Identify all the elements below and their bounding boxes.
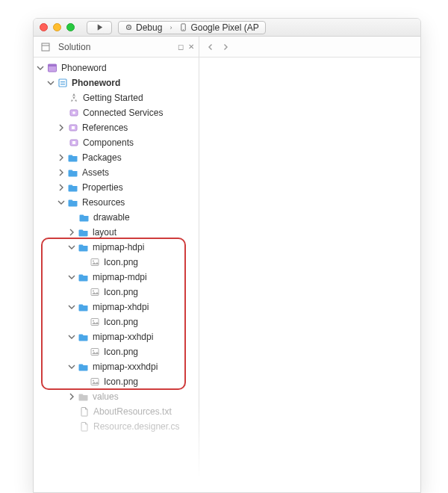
tree-item-icon-png[interactable]: Icon.png <box>34 344 199 359</box>
tree-item-label: Icon.png <box>104 287 138 297</box>
tree-item-properties[interactable]: Properties <box>34 180 199 195</box>
tree-item-label: mipmap-xxxhdpi <box>93 362 158 372</box>
text-file-icon <box>78 406 90 418</box>
build-config-segment[interactable]: Debug <box>119 22 168 34</box>
tree-item-icon-png[interactable]: Icon.png <box>34 374 199 389</box>
disclosure-triangle-icon[interactable] <box>57 184 65 191</box>
solution-label: Phoneword <box>61 63 107 73</box>
tree-item-drawable[interactable]: drawable <box>34 210 199 225</box>
references-icon <box>67 123 78 134</box>
tree-item-resource-designer[interactable]: Resource.designer.cs <box>34 419 199 434</box>
disclosure-triangle-icon[interactable] <box>68 363 75 370</box>
folder-icon <box>78 391 89 403</box>
folder-icon <box>67 197 78 208</box>
folder-icon <box>67 182 78 193</box>
ide-window: Debug › Google Pixel (AP Solution ◻ ✕ <box>33 18 421 493</box>
tree-item-icon-png[interactable]: Icon.png <box>34 314 199 329</box>
image-file-icon <box>89 287 100 298</box>
close-window-button[interactable] <box>40 23 48 31</box>
tree-item-label: Resource.designer.cs <box>93 421 179 432</box>
tree-item-label: mipmap-mdpi <box>93 272 147 282</box>
tree-item-label: drawable <box>93 212 130 223</box>
target-device-label: Google Pixel (AP <box>190 22 258 33</box>
components-icon <box>68 137 79 149</box>
build-config-label: Debug <box>136 22 162 33</box>
disclosure-triangle-icon[interactable] <box>57 124 65 131</box>
tree-item-icon-png[interactable]: Icon.png <box>34 255 199 270</box>
window-controls <box>40 23 75 31</box>
folder-icon <box>78 302 89 313</box>
solution-node[interactable]: Phoneword <box>34 61 199 75</box>
run-button[interactable] <box>87 21 112 34</box>
solution-pad-icon <box>40 41 51 52</box>
editor-area <box>199 58 420 492</box>
folder-icon <box>78 227 89 238</box>
disclosure-triangle-icon[interactable] <box>68 333 75 341</box>
solution-pad-controls: ◻ ✕ <box>178 43 194 51</box>
disclosure-triangle-icon[interactable] <box>37 64 44 72</box>
nav-forward-button[interactable] <box>220 42 231 52</box>
disclosure-triangle-icon[interactable] <box>47 79 55 87</box>
chevron-right-icon: › <box>169 24 172 31</box>
solution-pad-title: Solution <box>40 41 90 52</box>
solution-pad-header: Solution ◻ ✕ <box>34 37 199 58</box>
panel-header-row: Solution ◻ ✕ <box>34 37 420 58</box>
tree-item-label: Icon.png <box>104 317 138 327</box>
disclosure-triangle-icon[interactable] <box>57 154 65 161</box>
service-icon <box>68 108 79 119</box>
minimize-window-button[interactable] <box>53 23 61 31</box>
folder-icon <box>78 242 89 253</box>
folder-icon <box>78 272 89 283</box>
image-file-icon <box>89 317 100 328</box>
editor-header <box>199 37 420 58</box>
tree-item-mipmap-xxhdpi[interactable]: mipmap-xxhdpi <box>34 329 199 344</box>
tree-item-icon-png[interactable]: Icon.png <box>34 285 199 300</box>
tree-item-references[interactable]: References <box>34 120 199 135</box>
disclosure-triangle-icon[interactable] <box>68 273 75 281</box>
tree-item-about-resources[interactable]: AboutResources.txt <box>34 404 199 419</box>
tree-item-label: Icon.png <box>104 257 138 267</box>
disclosure-triangle-icon[interactable] <box>68 229 75 236</box>
tree-item-label: Resources <box>82 197 125 208</box>
folder-icon <box>67 152 78 164</box>
cs-file-icon <box>78 421 90 432</box>
pad-close-button[interactable]: ✕ <box>188 43 194 51</box>
tree-item-mipmap-xxxhdpi[interactable]: mipmap-xxxhdpi <box>34 359 199 374</box>
disclosure-triangle-icon[interactable] <box>57 169 65 176</box>
play-icon <box>96 23 104 31</box>
solution-pad-label: Solution <box>58 42 90 52</box>
disclosure-triangle-icon[interactable] <box>68 303 75 311</box>
tree-item-mipmap-mdpi[interactable]: mipmap-mdpi <box>34 270 199 285</box>
target-device-segment[interactable]: Google Pixel (AP <box>173 22 264 34</box>
tree-item-assets[interactable]: Assets <box>34 165 199 180</box>
run-configuration-selector[interactable]: Debug › Google Pixel (AP <box>118 21 266 34</box>
pad-dock-button[interactable]: ◻ <box>178 43 184 51</box>
tree-item-packages[interactable]: Packages <box>34 150 199 165</box>
folder-icon <box>67 167 78 179</box>
tree-item-layout[interactable]: layout <box>34 225 199 240</box>
tree-item-values[interactable]: values <box>34 389 199 404</box>
tree-item-label: Icon.png <box>104 376 138 387</box>
zoom-window-button[interactable] <box>66 23 75 31</box>
image-file-icon <box>89 257 100 268</box>
disclosure-triangle-icon[interactable] <box>68 244 75 251</box>
folder-icon <box>78 332 89 343</box>
tree-item-label: Icon.png <box>104 347 138 357</box>
tree-item-label: mipmap-xhdpi <box>93 302 149 312</box>
tree-item-mipmap-xhdpi[interactable]: mipmap-xhdpi <box>34 300 199 314</box>
project-node[interactable]: Phoneword <box>34 75 199 90</box>
tree-item-label: Connected Services <box>83 108 163 118</box>
tree-item-resources[interactable]: Resources <box>34 195 199 210</box>
nav-back-button[interactable] <box>205 42 216 52</box>
tree-item-label: References <box>82 123 128 133</box>
disclosure-triangle-icon[interactable] <box>68 393 75 400</box>
tree-item-connected-services[interactable]: Connected Services <box>34 105 199 120</box>
disclosure-triangle-icon[interactable] <box>57 199 65 206</box>
tree-item-components[interactable]: Components <box>34 135 199 150</box>
tree-item-label: values <box>93 391 119 402</box>
image-file-icon <box>89 376 100 388</box>
tree-item-getting-started[interactable]: Getting Started <box>34 90 199 105</box>
tree-item-label: AboutResources.txt <box>93 406 172 417</box>
tree-item-mipmap-hdpi[interactable]: mipmap-hdpi <box>34 240 199 255</box>
tree-item-label: mipmap-hdpi <box>93 242 144 252</box>
